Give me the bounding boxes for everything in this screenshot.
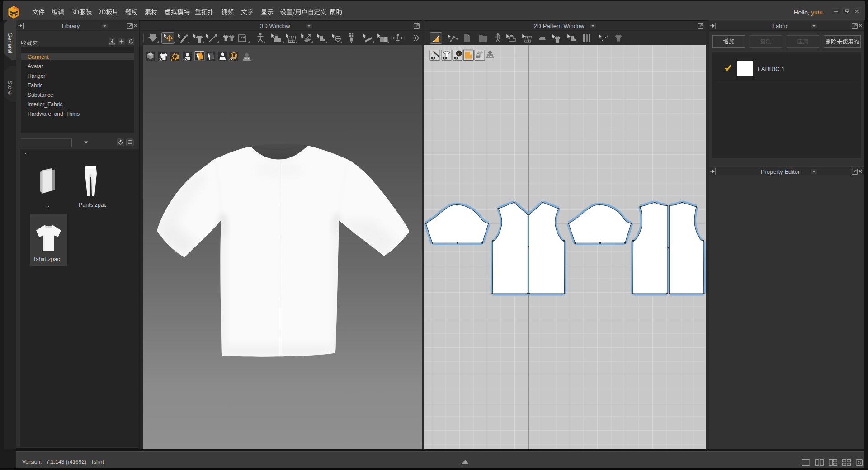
svg-text:Avatar: Avatar [28,63,43,70]
svg-text:Interior_Fabric: Interior_Fabric [28,101,62,108]
svg-text:FABRIC 1: FABRIC 1 [758,66,785,72]
svg-text:Garment: Garment [28,54,49,60]
svg-text:Tshirt.zpac: Tshirt.zpac [33,256,60,262]
svg-text:Substance: Substance [28,92,53,98]
svg-text:Pants.zpac: Pants.zpac [79,202,107,208]
svg-text:..: .. [46,202,49,208]
svg-text:Hardware_and_Trims: Hardware_and_Trims [28,111,80,117]
svg-text:Hanger: Hanger [28,73,45,79]
svg-text:Fabric: Fabric [28,82,42,89]
svg-text:i: i [458,52,459,56]
